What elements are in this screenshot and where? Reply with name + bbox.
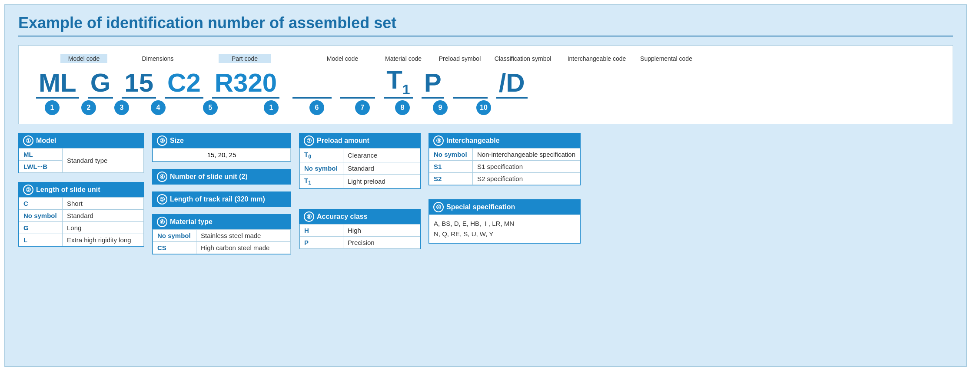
code-G: G	[88, 69, 113, 99]
code-15: 15	[122, 69, 156, 99]
table-row: S2 S2 specification	[429, 173, 580, 185]
code-blank-1	[292, 66, 332, 99]
material-table-rows: No symbol Stainless steel made CS High c…	[153, 229, 291, 254]
circle-4: 4	[143, 100, 173, 115]
diag-label-dimensions: Dimensions	[136, 54, 179, 63]
table-model-header: ① Model	[19, 133, 144, 148]
model-desc-ML: Standard type	[63, 149, 144, 173]
table-row: P Precision	[300, 237, 420, 249]
code-T1: T1	[384, 66, 412, 99]
diag-label-model-code-1: Model code	[36, 54, 132, 63]
col-4: ⑨ Interchangeable No symbol Non-intercha…	[429, 133, 581, 254]
table-row: T0 Clearance	[300, 149, 420, 162]
circle-1a: 1	[36, 100, 68, 115]
diag-label-model-code-2: Model code	[319, 54, 366, 63]
preload-table-rows: T0 Clearance No symbol Standard T1 Light…	[299, 148, 420, 188]
circle-slide: ④	[157, 172, 167, 182]
diag-label-part-code: Part code	[184, 54, 306, 63]
code-C2: C2	[165, 69, 203, 99]
circle-1b: 1	[252, 100, 291, 115]
diag-label-material-code: Material code	[375, 54, 432, 63]
model-symbol-LWL: LWL···B	[19, 161, 63, 173]
code-blank-6	[340, 66, 375, 99]
col-1: ① Model ML Standard type LWL···B ②	[18, 133, 144, 254]
tables-area: ① Model ML Standard type LWL···B ②	[18, 133, 953, 254]
diag-label-classification: Classification symbol	[488, 54, 558, 63]
circle-3: 3	[109, 100, 134, 115]
table-row: T1 Light preload	[300, 175, 420, 188]
circle-interchangeable: ⑨	[433, 135, 444, 146]
circle-6: 6	[299, 100, 334, 115]
circle-10: 10	[466, 100, 501, 115]
circle-2: 2	[77, 100, 100, 115]
table-accuracy-header: ⑧ Accuracy class	[299, 209, 420, 224]
table-accuracy: ⑧ Accuracy class H High P Precision	[299, 209, 421, 249]
table-length: ② Length of slide unit C Short No symbol…	[18, 182, 144, 247]
table-interchangeable: ⑨ Interchangeable No symbol Non-intercha…	[429, 133, 581, 185]
table-row: No symbol Standard	[19, 210, 144, 222]
col-2: ③ Size 15, 20, 25 ④ Number of slide unit…	[152, 133, 291, 254]
size-value: 15, 20, 25	[153, 148, 291, 162]
code-D: /D	[496, 69, 528, 99]
table-interchangeable-header: ⑨ Interchangeable	[429, 133, 580, 148]
table-row: H High	[300, 224, 420, 237]
table-preload: ⑦ Preload amount T0 Clearance No symbol …	[299, 133, 421, 189]
table-special: ⑩ Special specification A, BS, D, E, HB,…	[429, 199, 581, 244]
table-track-rail: ⑤ Length of track rail (320 mm)	[152, 191, 291, 207]
circle-preload: ⑦	[304, 135, 314, 146]
interchangeable-table-rows: No symbol Non-interchangeable specificat…	[429, 148, 580, 185]
accuracy-table-rows: H High P Precision	[299, 224, 420, 249]
diagram-area: Model code Dimensions Part code Model co…	[18, 45, 953, 124]
table-row: G Long	[19, 222, 144, 234]
model-symbol-ML: ML	[19, 149, 63, 161]
table-material: ⑥ Material type No symbol Stainless stee…	[152, 214, 291, 254]
code-P: P	[422, 69, 444, 99]
table-slide-header: ④ Number of slide unit (2)	[153, 169, 291, 184]
model-table-rows: ML Standard type LWL···B	[19, 148, 144, 173]
code-blank-9	[453, 66, 488, 99]
diag-label-interchangeable: Interchangeable code	[562, 54, 631, 63]
circle-length: ②	[23, 185, 33, 195]
circle-special: ⑩	[433, 202, 444, 212]
table-slide-unit: ④ Number of slide unit (2)	[152, 169, 291, 185]
diag-label-preload: Preload symbol	[436, 54, 484, 63]
diag-label-supplemental: Supplemental code	[636, 54, 697, 63]
circle-7: 7	[343, 100, 382, 115]
table-material-header: ⑥ Material type	[153, 215, 291, 229]
table-row: CS High carbon steel made	[153, 242, 291, 254]
circle-track: ⑤	[157, 194, 167, 205]
table-preload-header: ⑦ Preload amount	[299, 133, 420, 148]
table-row: C Short	[19, 198, 144, 210]
code-ML: ML	[36, 69, 79, 99]
table-row: L Extra high rigidity long	[19, 234, 144, 246]
main-title: Example of identification number of asse…	[18, 14, 953, 36]
circle-size: ③	[157, 135, 167, 146]
circle-model: ①	[23, 135, 33, 146]
special-text: A, BS, D, E, HB, I , LR, MNN, Q, RE, S, …	[429, 215, 580, 243]
length-table-rows: C Short No symbol Standard G Long L Extr…	[19, 197, 144, 246]
table-size: ③ Size 15, 20, 25	[152, 133, 291, 162]
table-size-header: ③ Size	[153, 133, 291, 148]
col-3: ⑦ Preload amount T0 Clearance No symbol …	[299, 133, 421, 254]
circle-5: 5	[182, 100, 239, 115]
table-row: No symbol Stainless steel made	[153, 230, 291, 242]
table-track-header: ⑤ Length of track rail (320 mm)	[153, 192, 291, 207]
table-model: ① Model ML Standard type LWL···B	[18, 133, 144, 173]
circle-8: 8	[391, 100, 414, 115]
table-row: ML Standard type	[19, 149, 144, 161]
circle-material: ⑥	[157, 217, 167, 227]
table-length-header: ② Length of slide unit	[19, 182, 144, 197]
circle-9: 9	[423, 100, 458, 115]
code-R320: R320	[212, 69, 279, 99]
table-row: No symbol Non-interchangeable specificat…	[429, 149, 580, 161]
table-row: S1 S1 specification	[429, 161, 580, 173]
table-special-header: ⑩ Special specification	[429, 200, 580, 215]
circle-accuracy: ⑧	[304, 211, 314, 222]
outer-container: Example of identification number of asse…	[4, 4, 967, 367]
table-row: No symbol Standard	[300, 162, 420, 175]
